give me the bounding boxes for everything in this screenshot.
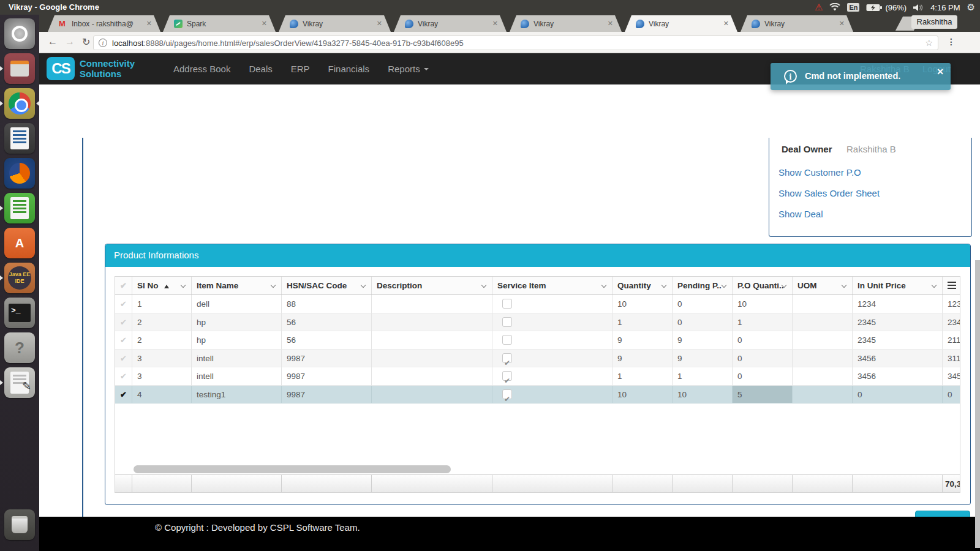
row-select-checkbox[interactable] xyxy=(115,367,132,386)
column-header-description[interactable]: Description xyxy=(372,277,492,294)
tab-close-icon[interactable]: ✕ xyxy=(839,20,845,28)
tab-close-icon[interactable]: ✕ xyxy=(377,20,382,28)
tab-close-icon[interactable]: ✕ xyxy=(146,20,152,28)
cell-po-quantity-selected[interactable]: 5 xyxy=(733,386,793,404)
tab-vikray-active[interactable]: Vikray ✕ xyxy=(625,15,737,32)
launcher-firefox-icon[interactable] xyxy=(4,158,35,189)
brand-name[interactable]: Connectivity Solutions xyxy=(80,58,135,79)
chevron-down-icon[interactable] xyxy=(842,283,846,288)
chevron-down-icon[interactable] xyxy=(722,283,726,288)
column-header-in-unit-price[interactable]: In Unit Price xyxy=(853,277,943,294)
menu-address-book[interactable]: Address Book xyxy=(164,64,239,74)
menu-deals[interactable]: Deals xyxy=(239,64,281,74)
column-header-uom[interactable]: UOM xyxy=(793,277,853,294)
reload-button[interactable]: ↻ xyxy=(82,36,90,48)
column-header-pending[interactable]: Pending P.. xyxy=(673,277,733,294)
launcher-trash-icon[interactable] xyxy=(4,509,35,540)
column-menu-icon[interactable] xyxy=(948,282,956,289)
launcher-calc-icon[interactable] xyxy=(4,193,35,223)
service-item-checkbox[interactable] xyxy=(502,353,512,363)
show-deal-link[interactable]: Show Deal xyxy=(778,209,823,219)
clock[interactable]: 4:16 PM xyxy=(930,3,960,12)
launcher-terminal-icon[interactable]: >_ xyxy=(4,298,35,328)
launcher-writer-icon[interactable] xyxy=(4,123,35,154)
launcher-file-manager-icon[interactable] xyxy=(4,53,35,84)
launcher-java-ee-ide-icon[interactable]: Java EEIDE xyxy=(4,263,35,293)
launcher-dash-icon[interactable] xyxy=(4,18,35,49)
column-header-item-name[interactable]: Item Name xyxy=(192,277,282,294)
column-header-hsn-sac[interactable]: HSN/SAC Code xyxy=(282,277,372,294)
table-row-selected[interactable]: 4 testing1 9987 10 10 5 0 0 xyxy=(115,386,960,404)
cell-unit-price: 2345 xyxy=(853,331,943,350)
tab-vikray-2[interactable]: Vikray ✕ xyxy=(394,15,507,32)
launcher-help-icon[interactable]: ? xyxy=(4,332,35,363)
row-select-checkbox[interactable] xyxy=(115,386,132,404)
table-row[interactable]: 2 hp 56 1 0 1 2345 234 xyxy=(115,313,960,332)
menu-financials[interactable]: Financials xyxy=(319,64,379,74)
chevron-down-icon[interactable] xyxy=(481,283,486,288)
tab-close-icon[interactable]: ✕ xyxy=(723,20,729,28)
chevron-down-icon[interactable] xyxy=(181,283,186,288)
table-row[interactable]: 2 hp 56 9 9 0 2345 211 xyxy=(115,331,960,350)
service-item-checkbox[interactable] xyxy=(502,299,512,309)
tab-vikray-1[interactable]: Vikray ✕ xyxy=(279,15,391,32)
address-bar[interactable]: i localhost:8888/ui/pages/home.html#/erp… xyxy=(93,36,938,50)
wifi-icon[interactable] xyxy=(829,3,840,12)
column-header-total[interactable] xyxy=(943,277,960,294)
column-header-sl-no[interactable]: Sl No xyxy=(132,277,192,294)
tab-spark[interactable]: Spark ✕ xyxy=(163,15,276,32)
row-select-checkbox[interactable] xyxy=(115,313,132,332)
battery-icon[interactable] xyxy=(866,4,882,12)
tab-vikray-4[interactable]: Vikray ✕ xyxy=(741,15,853,32)
column-header-service-item[interactable]: Service Item xyxy=(492,277,612,294)
session-gear-icon[interactable]: ⚙ xyxy=(967,2,975,13)
menu-reports[interactable]: Reports xyxy=(379,64,438,74)
volume-icon[interactable] xyxy=(913,4,924,12)
column-header-quantity[interactable]: Quantity xyxy=(612,277,673,294)
menu-erp[interactable]: ERP xyxy=(282,64,319,74)
vertical-scrollbar-thumb[interactable] xyxy=(975,260,980,548)
row-select-checkbox[interactable] xyxy=(115,331,132,350)
service-item-checkbox[interactable] xyxy=(502,371,512,381)
chevron-down-icon[interactable] xyxy=(361,283,366,288)
column-header-po-quantity[interactable]: P.O Quanti.. xyxy=(733,277,793,294)
tab-close-icon[interactable]: ✕ xyxy=(608,20,613,28)
row-select-checkbox[interactable] xyxy=(115,350,132,368)
toast-notification[interactable]: i Cmd not implemented. ✕ xyxy=(771,63,951,90)
tab-close-icon[interactable]: ✕ xyxy=(262,20,267,28)
spark-favicon xyxy=(174,20,183,28)
keyboard-layout-indicator[interactable]: En xyxy=(847,3,859,12)
product-informations-panel: Product Informations ✔ Sl No Item Name H… xyxy=(105,244,971,505)
cell-hsn: 88 xyxy=(282,295,372,313)
browser-profile-name[interactable]: Rakshitha xyxy=(911,15,957,29)
horizontal-scrollbar-thumb[interactable] xyxy=(134,465,451,473)
bookmark-star-icon[interactable]: ☆ xyxy=(925,38,933,48)
service-item-checkbox[interactable] xyxy=(502,389,512,399)
chevron-down-icon[interactable] xyxy=(271,283,276,288)
tab-vikray-3[interactable]: Vikray ✕ xyxy=(510,15,622,32)
select-all-checkbox[interactable]: ✔ xyxy=(115,277,132,294)
tab-inbox[interactable]: M Inbox - rakshitha@ ✕ xyxy=(48,15,160,32)
back-button[interactable]: ← xyxy=(48,36,58,47)
cs-logo[interactable]: CS xyxy=(47,57,75,80)
chevron-down-icon[interactable] xyxy=(601,283,606,288)
forward-button[interactable]: → xyxy=(65,36,75,47)
table-row[interactable]: 1 dell 88 10 0 10 1234 123 xyxy=(115,295,960,313)
launcher-text-editor-icon[interactable]: ✎ xyxy=(4,367,35,398)
service-item-checkbox[interactable] xyxy=(502,335,512,345)
table-row[interactable]: 3 intell 9987 9 9 0 3456 311 xyxy=(115,350,960,368)
launcher-chrome-icon[interactable] xyxy=(4,88,35,119)
tab-close-icon[interactable]: ✕ xyxy=(492,20,498,28)
chevron-down-icon[interactable] xyxy=(932,283,937,288)
warning-icon[interactable]: ⚠ xyxy=(815,0,823,15)
service-item-checkbox[interactable] xyxy=(502,317,512,327)
table-row[interactable]: 3 intell 9987 1 1 0 3456 345 xyxy=(115,367,960,386)
browser-menu-icon[interactable]: ⋮ xyxy=(947,37,956,47)
row-select-checkbox[interactable] xyxy=(115,295,132,313)
close-icon[interactable]: ✕ xyxy=(937,67,944,77)
show-sales-order-sheet-link[interactable]: Show Sales Order Sheet xyxy=(778,188,880,198)
show-customer-po-link[interactable]: Show Customer P.O xyxy=(778,167,861,178)
page-info-icon[interactable]: i xyxy=(99,39,107,47)
launcher-software-center-icon[interactable]: A xyxy=(4,228,35,258)
chevron-down-icon[interactable] xyxy=(662,283,666,288)
